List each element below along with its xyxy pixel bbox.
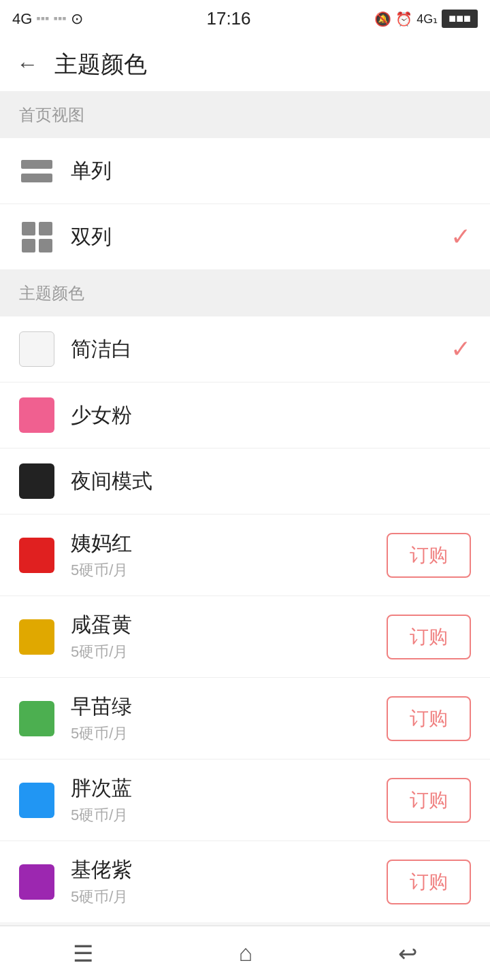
double-column-text: 双列 [71, 223, 451, 251]
list-item-girl-pink[interactable]: 少女粉 [0, 382, 490, 448]
simple-white-text: 简洁白 [71, 336, 451, 363]
alarm-icon: ⏰ [395, 11, 412, 27]
signal-bars-icon: ▪▪▪ [36, 12, 49, 26]
simple-white-swatch [19, 331, 54, 367]
night-mode-swatch [19, 463, 54, 499]
seedling-green-subtitle: 5硬币/月 [71, 723, 387, 744]
auntie-red-text: 姨妈红 5硬币/月 [71, 529, 387, 581]
girl-pink-text: 少女粉 [71, 402, 471, 429]
network-icon: 4G₁ [416, 12, 438, 27]
signal-bars-2-icon: ▪▪▪ [54, 12, 67, 26]
status-left: 4G ▪▪▪ ▪▪▪ ⊙ [12, 10, 83, 28]
list-item-seedling-green[interactable]: 早苗绿 5硬币/月 订购 [0, 678, 490, 760]
auntie-red-buy-button[interactable]: 订购 [387, 533, 471, 578]
auntie-red-subtitle: 5硬币/月 [71, 560, 387, 581]
bottom-back-icon[interactable]: ↩ [398, 940, 417, 967]
page-header: ← 主题颜色 [0, 37, 490, 92]
double-column-checkmark: ✓ [451, 223, 471, 251]
list-item-double-column[interactable]: 双列 ✓ [0, 204, 490, 270]
single-column-title: 单列 [71, 157, 471, 185]
bell-off-icon: 🔕 [374, 11, 391, 27]
fat-blue-text: 胖次蓝 5硬币/月 [71, 774, 387, 826]
jizo-purple-subtitle: 5硬币/月 [71, 887, 387, 907]
timer-icon: ⊙ [71, 10, 83, 28]
jizo-purple-text: 基佬紫 5硬币/月 [71, 856, 387, 907]
status-bar: 4G ▪▪▪ ▪▪▪ ⊙ 17:16 🔕 ⏰ 4G₁ ■■■ [0, 0, 490, 37]
status-time: 17:16 [206, 8, 250, 29]
double-column-title: 双列 [71, 223, 451, 251]
list-item-salted-egg-yellow[interactable]: 咸蛋黄 5硬币/月 订购 [0, 596, 490, 678]
section-theme-color-label: 主题颜色 [0, 270, 490, 316]
salted-egg-yellow-title: 咸蛋黄 [71, 611, 387, 639]
jizo-purple-title: 基佬紫 [71, 856, 387, 884]
page-title: 主题颜色 [54, 49, 147, 80]
simple-white-title: 简洁白 [71, 336, 451, 363]
list-item-auntie-red[interactable]: 姨妈红 5硬币/月 订购 [0, 514, 490, 596]
fat-blue-subtitle: 5硬币/月 [71, 805, 387, 826]
single-column-icon [19, 153, 54, 189]
simple-white-checkmark: ✓ [451, 335, 471, 363]
list-item-night-mode[interactable]: 夜间模式 [0, 448, 490, 514]
salted-egg-yellow-buy-button[interactable]: 订购 [387, 615, 471, 659]
bottom-menu-icon[interactable]: ☰ [73, 940, 93, 967]
girl-pink-title: 少女粉 [71, 402, 471, 429]
auntie-red-title: 姨妈红 [71, 529, 387, 557]
bottom-nav: ☰ ⌂ ↩ [0, 926, 490, 980]
content-area: 首页视图 单列 双列 ✓ 主题颜色 [0, 92, 490, 922]
night-mode-text: 夜间模式 [71, 468, 471, 495]
seedling-green-buy-button[interactable]: 订购 [387, 696, 471, 741]
single-column-text: 单列 [71, 157, 471, 185]
salted-egg-yellow-swatch [19, 619, 54, 655]
night-mode-title: 夜间模式 [71, 468, 471, 495]
fat-blue-buy-button[interactable]: 订购 [387, 778, 471, 823]
salted-egg-yellow-subtitle: 5硬币/月 [71, 642, 387, 662]
status-right: 🔕 ⏰ 4G₁ ■■■ [374, 10, 478, 28]
salted-egg-yellow-text: 咸蛋黄 5硬币/月 [71, 611, 387, 662]
list-item-fat-blue[interactable]: 胖次蓝 5硬币/月 订购 [0, 760, 490, 841]
double-column-icon [19, 219, 54, 255]
fat-blue-swatch [19, 783, 54, 818]
section-homepage-view-label: 首页视图 [0, 92, 490, 138]
bottom-home-icon[interactable]: ⌂ [239, 940, 253, 966]
list-item-single-column[interactable]: 单列 [0, 138, 490, 204]
back-button[interactable]: ← [16, 52, 38, 77]
fat-blue-title: 胖次蓝 [71, 774, 387, 802]
jizo-purple-buy-button[interactable]: 订购 [387, 860, 471, 904]
list-item-simple-white[interactable]: 简洁白 ✓ [0, 316, 490, 382]
auntie-red-swatch [19, 538, 54, 573]
seedling-green-text: 早苗绿 5硬币/月 [71, 693, 387, 744]
seedling-green-title: 早苗绿 [71, 693, 387, 721]
girl-pink-swatch [19, 397, 54, 433]
signal-4g-icon: 4G [12, 10, 32, 28]
list-item-jizo-purple[interactable]: 基佬紫 5硬币/月 订购 [0, 841, 490, 922]
battery-icon: ■■■ [442, 10, 478, 28]
seedling-green-swatch [19, 701, 54, 736]
jizo-purple-swatch [19, 864, 54, 900]
